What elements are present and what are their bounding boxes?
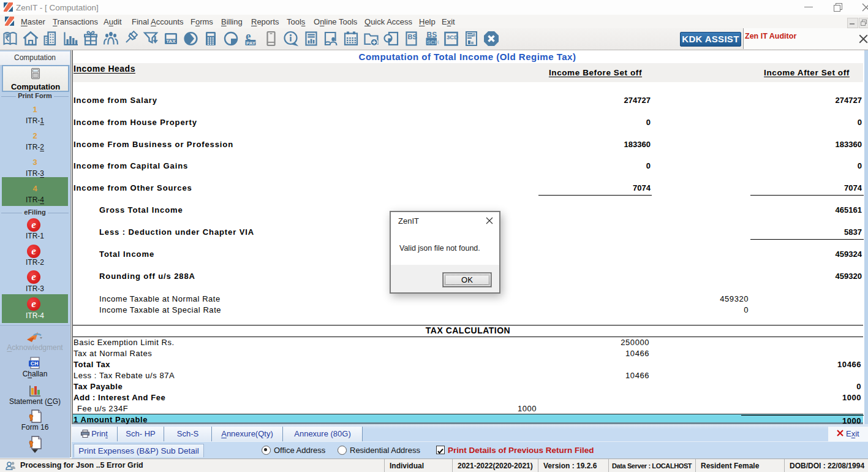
svg-text:CH: CH: [31, 360, 38, 367]
svg-text:BS: BS: [408, 33, 417, 40]
svg-text:BS: BS: [426, 31, 437, 39]
svg-text:SCH: SCH: [426, 39, 439, 45]
svg-text:PAY: PAY: [246, 40, 256, 46]
svg-text:TAX: TAX: [166, 39, 176, 44]
svg-text:3CD: 3CD: [447, 34, 458, 40]
